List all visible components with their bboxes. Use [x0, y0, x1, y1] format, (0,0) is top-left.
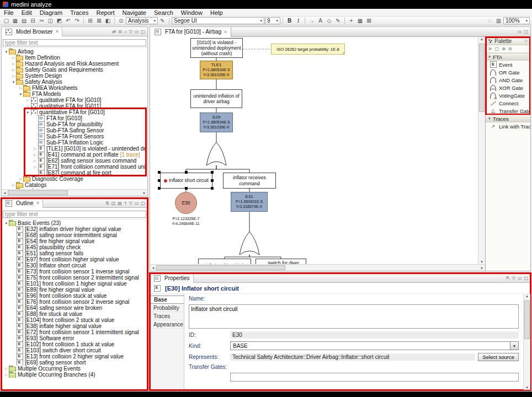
bold-button[interactable]: B [285, 17, 294, 25]
grid-button[interactable]: ▦ [356, 17, 364, 25]
selection-handle[interactable] [158, 179, 161, 182]
close-icon[interactable]: × [224, 29, 227, 35]
maximize-button[interactable]: ▢ [141, 29, 145, 34]
fta-node-inflator-short-circuit[interactable]: Inflator short circuit [160, 173, 212, 189]
tree-item[interactable]: [E69] safing sensor short [2, 360, 147, 366]
tree-item[interactable]: [E62] safing sensor issues command [2, 158, 147, 164]
selection-handle[interactable] [211, 171, 214, 174]
tree-item[interactable]: [E87] command at fire port [2, 170, 147, 176]
font-color-button[interactable]: A [316, 17, 324, 25]
link-with-editor-button[interactable]: ⇄ [112, 29, 116, 34]
model-browser-filter-input[interactable] [3, 39, 146, 46]
tree-item[interactable]: [TLE1] [G010] is violated - unintended d… [2, 146, 147, 152]
tree-item[interactable]: Sub-FTA Safing Sensor [2, 127, 147, 133]
select-tool[interactable]: ⊳ [488, 46, 492, 51]
or-gate-lower[interactable] [240, 232, 259, 255]
palette-item-xor-gate[interactable]: XOR Gate [486, 84, 530, 92]
palette-item-or-gate[interactable]: OR Gate [486, 68, 530, 76]
tree-item[interactable]: [E32] inflation driver higher signal val… [2, 226, 147, 232]
tree-item[interactable]: [E38] inflate higher signal value [2, 323, 147, 329]
scrollbar-thumb[interactable] [524, 301, 530, 339]
fta-node-inflation-driver-higher[interactable]: inflation driver higher [198, 259, 251, 264]
tree-item[interactable]: [E75] front collision sensor 2 intermitt… [2, 275, 147, 281]
properties-tab[interactable]: Probability [150, 304, 184, 312]
expand-arrow-icon[interactable] [33, 147, 38, 151]
properties-vscrollbar[interactable]: ▴ ▾ [523, 294, 530, 390]
save-button[interactable]: ▦ [11, 17, 19, 25]
selection-handle[interactable] [158, 171, 161, 174]
font-family-combo[interactable]: Segoe UI [172, 17, 264, 24]
expand-arrow-icon[interactable] [25, 110, 30, 115]
outline-filter-input[interactable] [3, 211, 146, 218]
tree-item[interactable]: [E104] front collision 2 stuck at value [2, 317, 147, 323]
expand-arrow-icon[interactable] [18, 86, 23, 90]
expand-arrow-icon[interactable] [4, 367, 9, 371]
redo-button[interactable]: ↷ [73, 17, 81, 25]
tree-item[interactable]: [E41] command at port inflate [1 trace] [2, 152, 147, 158]
tree-item[interactable]: Safety Analysis [2, 79, 147, 85]
tree-item[interactable]: [E64] safing sensor wire broken [2, 305, 147, 311]
tree-item[interactable]: [E76] front collision sensor 2 inverse s… [2, 299, 147, 305]
link-button[interactable]: ◧ [104, 17, 112, 25]
expand-arrow-icon[interactable] [11, 189, 16, 190]
home-button[interactable]: ⌂ [124, 29, 127, 34]
selection-handle[interactable] [185, 187, 188, 190]
italic-button[interactable]: I [294, 17, 302, 25]
maximize-button[interactable]: ▢ [524, 276, 528, 281]
tree-item[interactable]: System Design [2, 73, 147, 79]
menu-diagram[interactable]: Diagram [36, 9, 67, 16]
menu-navigate[interactable]: Navigate [119, 9, 150, 16]
maximize-button[interactable]: ▢ [524, 29, 528, 34]
tree-item[interactable]: Sub-FTA for plausibility [2, 121, 147, 127]
tree-item[interactable]: Hazard Analysis and Risk Assessment [2, 61, 147, 67]
fta-node-e30[interactable]: E30 [175, 192, 197, 214]
view-menu-button[interactable]: ▽ [129, 201, 132, 206]
tree-item[interactable]: Airbag [2, 49, 147, 55]
tree-item[interactable]: FMEA Worksheets [2, 85, 147, 91]
expand-arrow-icon[interactable] [33, 159, 38, 163]
tree-item[interactable]: Multiple Occurring Events [2, 366, 147, 372]
menu-file[interactable]: File [0, 9, 18, 16]
format-brush-button[interactable]: ✎ [158, 17, 167, 25]
tree-item[interactable]: [E45] plausibility check [2, 244, 147, 250]
fta-node-inflator-receives-command[interactable]: inflator receives command [223, 173, 276, 189]
expand-arrow-icon[interactable] [4, 373, 9, 377]
tree-item[interactable]: Diagnostic Coverage [2, 176, 147, 182]
tree-item[interactable]: [E13] front collision 2 higher signal va… [2, 353, 147, 360]
tree-item[interactable]: qualitative FTA for [G011] [2, 103, 147, 109]
scroll-up-icon[interactable]: ▴ [524, 294, 530, 298]
scrollbar-thumb[interactable] [156, 265, 285, 270]
tree-item[interactable]: Sub-FTA Front Sensors [2, 133, 147, 140]
tree-item[interactable]: [E73] front collision sensor 1 inverse s… [2, 269, 147, 275]
tree-item[interactable]: Sub-FTA Inflation Logic [2, 140, 147, 146]
scrollbar-thumb[interactable] [8, 190, 68, 195]
fta-diagram-canvas[interactable]: [G010] is violated - unintended deployme… [150, 37, 478, 264]
scroll-left-icon[interactable]: ◂ [150, 266, 156, 270]
select-source-button[interactable]: Select source [478, 353, 519, 361]
select-all-button[interactable]: ⊠ [365, 17, 373, 25]
collapse-all-button[interactable]: ⊟ [118, 29, 122, 34]
expand-arrow-icon[interactable] [25, 104, 30, 109]
selection-handle[interactable] [185, 171, 188, 174]
connector-style-button[interactable]: → [307, 17, 316, 25]
model-browser-hscrollbar[interactable]: ◂ ▸ [2, 189, 147, 196]
line-color-button[interactable]: ✎ [334, 17, 342, 25]
tree-item[interactable]: scripts [2, 188, 147, 189]
new-table-button[interactable]: ⊞ [86, 17, 94, 25]
expand-arrow-icon[interactable] [11, 62, 16, 66]
delete-button[interactable]: ⊠ [95, 17, 103, 25]
scroll-right-icon[interactable]: ▸ [479, 266, 485, 270]
tree-item[interactable]: [E89] fire higher signal value [2, 287, 147, 293]
fta-node-intermediate[interactable]: unintended inflation of driver airbag [190, 89, 242, 108]
new-button[interactable]: ▢ [2, 17, 10, 25]
analysis-combo[interactable]: Analysis [126, 17, 158, 24]
expand-arrow-icon[interactable] [33, 153, 38, 157]
expand-arrow-icon[interactable] [4, 221, 9, 226]
tree-item[interactable]: [E102] front collision 1 stuck at value [2, 341, 147, 347]
selection-handle[interactable] [211, 187, 214, 190]
tree-item[interactable]: Safety Goals and Requirements [2, 67, 147, 73]
tree-item[interactable]: Item Definition [2, 55, 147, 61]
palette-item-event[interactable]: Event [486, 61, 530, 68]
expand-arrow-icon[interactable] [11, 80, 16, 84]
tree-item[interactable]: [E88] fire stuck at value [2, 311, 147, 317]
